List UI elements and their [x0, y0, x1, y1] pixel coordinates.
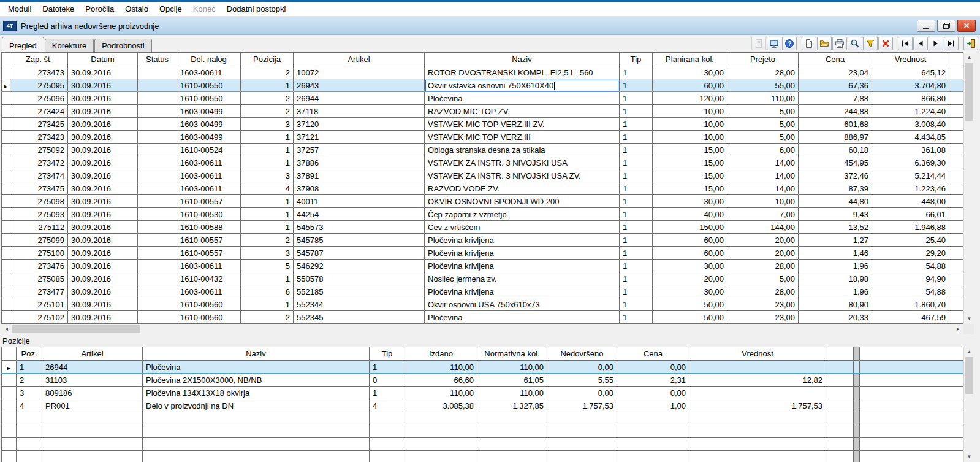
new-document-button[interactable] — [802, 37, 816, 50]
cell[interactable]: 2 — [241, 311, 294, 324]
cell[interactable]: 15,00 — [653, 144, 727, 156]
cell[interactable] — [138, 234, 177, 247]
cell[interactable]: 1 — [620, 260, 653, 272]
cell[interactable]: 1610-00550 — [177, 92, 241, 105]
table-row[interactable]: 27509230.09.20161610-00524137257Obloga s… — [2, 144, 964, 156]
cell[interactable]: 3.008,40 — [872, 118, 949, 131]
cell[interactable]: 14,00 — [727, 156, 799, 169]
cell[interactable]: 1.946,88 — [872, 221, 949, 234]
cell[interactable]: 3 — [241, 247, 294, 260]
cell[interactable] — [689, 387, 826, 399]
cell[interactable]: 1 — [620, 79, 653, 92]
cell[interactable]: 10,00 — [653, 105, 727, 118]
cell[interactable]: 1603-00611 — [177, 156, 241, 169]
cell[interactable]: 1603-00611 — [177, 182, 241, 195]
cell[interactable]: 273424 — [10, 105, 68, 118]
cell[interactable]: 273477 — [10, 285, 68, 298]
cell[interactable]: Okvir osnovni USA 750x610x73 — [425, 298, 620, 311]
cell[interactable]: 5 — [241, 260, 294, 272]
cell[interactable]: 30.09.2016 — [68, 260, 138, 272]
cell[interactable]: 1610-00530 — [177, 208, 241, 221]
table-row[interactable]: 27509630.09.20161610-00550226944Pločevin… — [2, 92, 964, 105]
minimize-button[interactable] — [917, 20, 935, 32]
cell[interactable]: 2 — [17, 374, 42, 387]
cell[interactable] — [138, 79, 177, 92]
cell[interactable] — [138, 131, 177, 144]
column-header-status[interactable]: Status — [138, 53, 177, 66]
column-header-nedovr-eno[interactable]: Nedovršeno — [547, 347, 617, 361]
cell[interactable]: 1 — [620, 208, 653, 221]
cell[interactable]: 1.327,85 — [477, 399, 547, 412]
cell[interactable]: 30.09.2016 — [68, 92, 138, 105]
table-row[interactable]: 27347630.09.20161603-006115546292Pločevi… — [2, 260, 964, 272]
menu-item-dodatni-postopki[interactable]: Dodatni postopki — [221, 2, 292, 16]
cell[interactable]: 448,00 — [872, 195, 949, 208]
cell[interactable]: 5,00 — [727, 118, 799, 131]
table-row[interactable]: 27509830.09.20161610-00557140011OKVIR OS… — [2, 195, 964, 208]
cell[interactable]: Okvir vstavka osnovni 750X610X40 — [425, 79, 620, 92]
cell[interactable]: 30.09.2016 — [68, 79, 138, 92]
cell[interactable]: Pločevina 134X13X18 okvirja — [143, 387, 370, 399]
cell[interactable]: 0,00 — [617, 387, 689, 399]
cell[interactable]: 110,00 — [727, 92, 799, 105]
table-row[interactable]: 4PR001Delo v proizvodnji na DN43.085,381… — [2, 399, 964, 412]
cell[interactable]: 275102 — [10, 311, 68, 324]
cell[interactable]: 37118 — [294, 105, 425, 118]
search-button[interactable] — [848, 37, 862, 50]
table-row[interactable]: 27342430.09.20161603-00499237118RAZVOD M… — [2, 105, 964, 118]
cell[interactable]: 1,46 — [799, 247, 872, 260]
cell[interactable]: 54,88 — [872, 285, 949, 298]
cell[interactable]: 30.09.2016 — [68, 234, 138, 247]
table-row[interactable]: 231103Pločevina 2X1500X3000, NB/NB066,60… — [2, 374, 964, 387]
cell[interactable]: 2 — [241, 234, 294, 247]
vscrollbar-thumb[interactable] — [965, 357, 973, 394]
cell[interactable]: 1 — [241, 156, 294, 169]
cell[interactable]: 40,00 — [653, 208, 727, 221]
cell[interactable]: 30.09.2016 — [68, 298, 138, 311]
cell[interactable]: 275098 — [10, 195, 68, 208]
cell[interactable]: 30,00 — [653, 195, 727, 208]
table-row[interactable]: 27347330.09.20161603-00611210072ROTOR DV… — [2, 66, 964, 79]
column-header-izdano[interactable]: Izdano — [405, 347, 477, 361]
cell[interactable]: 4 — [241, 182, 294, 195]
cell[interactable]: 1610-00557 — [177, 195, 241, 208]
cell[interactable]: 30.09.2016 — [68, 195, 138, 208]
cell[interactable]: 545785 — [294, 234, 425, 247]
cell[interactable]: 5,00 — [727, 131, 799, 144]
cell[interactable]: 110,00 — [477, 361, 547, 374]
positions-grid-vscrollbar[interactable]: ▲ ▼ — [963, 347, 974, 462]
cell[interactable]: 40011 — [294, 195, 425, 208]
cell[interactable]: VSTAVEK MIC TOP VERZ.III ZV. — [425, 118, 620, 131]
cell[interactable]: 110,00 — [405, 387, 477, 399]
cell[interactable]: 15,00 — [653, 169, 727, 182]
cell[interactable]: 1603-00499 — [177, 131, 241, 144]
cell[interactable]: 244,88 — [799, 105, 872, 118]
cell[interactable]: 1610-00557 — [177, 247, 241, 260]
cell[interactable]: 1 — [620, 131, 653, 144]
cell[interactable]: 1 — [620, 144, 653, 156]
cell[interactable]: 37257 — [294, 144, 425, 156]
cell[interactable]: 30.09.2016 — [68, 118, 138, 131]
table-row[interactable]: 27347730.09.20161603-006116552185Pločevi… — [2, 285, 964, 298]
cell[interactable]: 273473 — [10, 66, 68, 79]
cell[interactable]: 37120 — [294, 118, 425, 131]
cell[interactable]: 50,00 — [653, 311, 727, 324]
cell[interactable]: 1 — [370, 361, 405, 374]
cell[interactable]: 3.085,38 — [405, 399, 477, 412]
cell[interactable]: 30.09.2016 — [68, 105, 138, 118]
cell[interactable]: 0,00 — [547, 361, 617, 374]
cell[interactable]: 30.09.2016 — [68, 221, 138, 234]
cell[interactable]: 60,00 — [653, 79, 727, 92]
table-row[interactable] — [2, 425, 964, 438]
cell[interactable]: 28,00 — [727, 285, 799, 298]
tab-korekture[interactable]: Korekture — [45, 39, 94, 52]
report-button[interactable] — [751, 37, 766, 50]
cell[interactable]: 29,20 — [872, 247, 949, 260]
cell[interactable]: 275112 — [10, 221, 68, 234]
cell[interactable] — [138, 118, 177, 131]
menu-item-ostalo[interactable]: Ostalo — [120, 2, 154, 16]
cell[interactable]: 275095 — [10, 79, 68, 92]
cell[interactable]: 66,60 — [405, 374, 477, 387]
cell[interactable] — [138, 144, 177, 156]
table-row[interactable] — [2, 438, 964, 451]
